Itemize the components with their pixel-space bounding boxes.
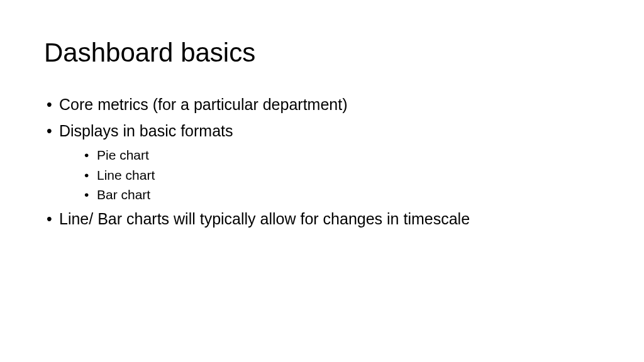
sub-bullet-item: Bar chart — [82, 185, 600, 205]
bullet-item: Line/ Bar charts will typically allow fo… — [44, 207, 600, 231]
sub-bullet-text: Pie chart — [97, 148, 149, 162]
bullet-list: Core metrics (for a particular departmen… — [44, 93, 600, 231]
sub-bullet-list: Pie chart Line chart Bar chart — [59, 145, 600, 205]
slide-title: Dashboard basics — [44, 38, 600, 68]
sub-bullet-text: Line chart — [97, 168, 155, 182]
bullet-text: Displays in basic formats — [59, 122, 233, 140]
sub-bullet-text: Bar chart — [97, 187, 150, 202]
bullet-text: Core metrics (for a particular departmen… — [59, 96, 347, 113]
sub-bullet-item: Line chart — [82, 165, 600, 185]
bullet-item: Displays in basic formats Pie chart Line… — [44, 119, 600, 205]
sub-bullet-item: Pie chart — [82, 145, 600, 165]
bullet-text: Line/ Bar charts will typically allow fo… — [59, 210, 470, 228]
bullet-item: Core metrics (for a particular departmen… — [44, 93, 600, 117]
